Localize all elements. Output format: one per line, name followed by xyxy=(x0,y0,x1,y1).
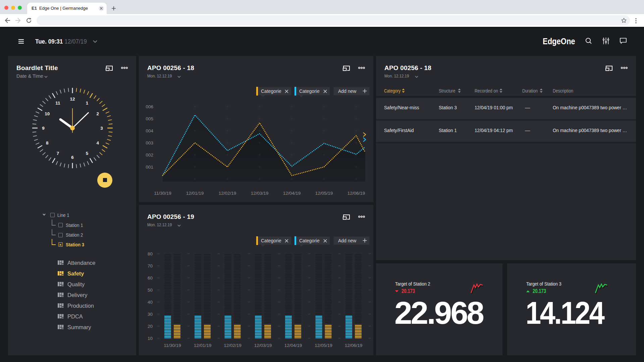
svg-text:40: 40 xyxy=(148,300,153,305)
svg-text:80: 80 xyxy=(148,251,153,256)
svg-text:12/02/19: 12/02/19 xyxy=(219,191,236,196)
svg-text:3: 3 xyxy=(100,126,103,131)
svg-text:60: 60 xyxy=(148,276,153,281)
svg-text:70: 70 xyxy=(148,263,153,268)
svg-text:1: 1 xyxy=(86,101,89,106)
svg-text:001: 001 xyxy=(146,165,153,170)
svg-text:11/30/19: 11/30/19 xyxy=(164,343,181,348)
svg-text:002: 002 xyxy=(146,153,153,158)
svg-text:12/01/19: 12/01/19 xyxy=(186,191,204,196)
svg-text:12/02/19: 12/02/19 xyxy=(224,343,241,348)
svg-text:4: 4 xyxy=(97,140,99,145)
svg-text:11/30/19: 11/30/19 xyxy=(154,191,171,196)
svg-text:12/05/19: 12/05/19 xyxy=(315,343,332,348)
svg-text:30: 30 xyxy=(148,312,153,317)
svg-text:12/03/19: 12/03/19 xyxy=(251,191,269,196)
svg-text:9: 9 xyxy=(42,126,45,131)
svg-text:10: 10 xyxy=(148,336,153,341)
svg-text:5: 5 xyxy=(86,151,89,156)
svg-text:12/01/19: 12/01/19 xyxy=(194,343,212,348)
svg-text:005: 005 xyxy=(146,116,153,121)
svg-text:12/06/19: 12/06/19 xyxy=(347,191,365,196)
svg-text:50: 50 xyxy=(148,288,153,293)
svg-text:20: 20 xyxy=(148,324,153,329)
svg-text:11: 11 xyxy=(55,101,60,106)
svg-text:8: 8 xyxy=(46,140,49,145)
svg-text:12/04/19: 12/04/19 xyxy=(283,191,301,196)
svg-text:10: 10 xyxy=(45,111,50,116)
svg-text:6: 6 xyxy=(71,155,74,160)
svg-text:12: 12 xyxy=(70,97,75,102)
svg-text:003: 003 xyxy=(146,140,153,145)
svg-text:12/06/19: 12/06/19 xyxy=(345,343,363,348)
svg-text:7: 7 xyxy=(57,151,59,156)
svg-text:006: 006 xyxy=(146,104,153,109)
svg-text:12/03/19: 12/03/19 xyxy=(254,343,272,348)
svg-text:2: 2 xyxy=(97,111,99,116)
svg-text:12/04/19: 12/04/19 xyxy=(284,343,302,348)
svg-text:12/05/19: 12/05/19 xyxy=(315,191,333,196)
svg-text:004: 004 xyxy=(146,128,153,133)
